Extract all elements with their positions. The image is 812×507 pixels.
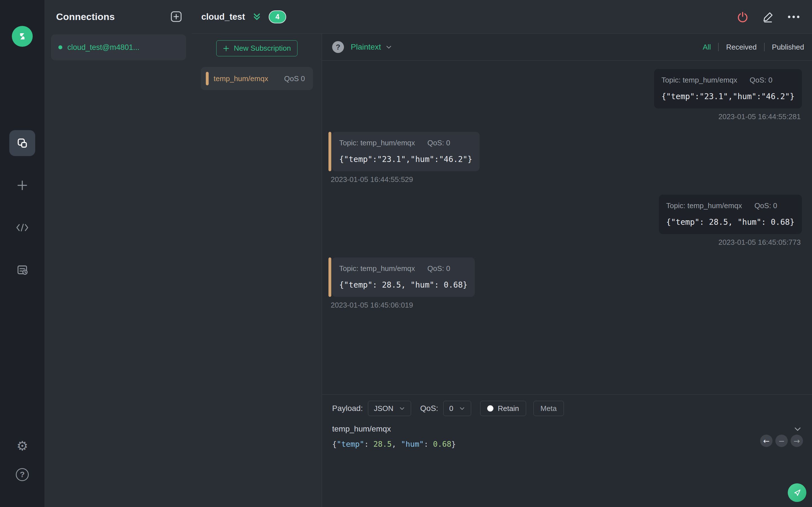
message-topic: Topic: temp_hum/emqx — [339, 138, 415, 147]
nav-script-icon[interactable] — [9, 215, 35, 240]
message-meta: Topic: temp_hum/emqx QoS: 0 — [339, 264, 467, 273]
connection-status-dot — [58, 45, 62, 49]
connection-list-item[interactable]: cloud_test@m4801... — [51, 34, 186, 60]
meta-label: Meta — [541, 404, 557, 413]
mqttx-logo — [12, 26, 33, 47]
payload-editor[interactable]: {"temp": 28.5, "hum": 0.68} — [322, 434, 812, 448]
message-received: Topic: temp_hum/emqx QoS: 0 {"temp":"23.… — [328, 132, 479, 184]
payload-label: Payload: — [332, 404, 363, 413]
settings-gear-icon[interactable]: ⚙ — [16, 439, 28, 452]
next-message-icon[interactable]: → — [791, 435, 803, 447]
messages-panel: ? Plaintext All Received Published — [322, 34, 812, 507]
chevron-down-icon — [399, 405, 405, 411]
collapse-double-chevron-icon[interactable] — [252, 12, 262, 22]
subscriptions-column: New Subscription temp_hum/emqx QoS 0 — [192, 34, 322, 507]
subscription-color-bar — [206, 72, 209, 86]
qos-select[interactable]: 0 — [443, 401, 471, 416]
message-color-bar — [328, 132, 331, 171]
plus-icon — [222, 45, 230, 52]
message-received: Topic: temp_hum/emqx QoS: 0 {"temp": 28.… — [328, 258, 475, 309]
new-subscription-button[interactable]: New Subscription — [216, 40, 297, 56]
remove-history-icon[interactable]: − — [775, 435, 788, 447]
message-published: Topic: temp_hum/emqx QoS: 0 {"temp": 28.… — [659, 194, 802, 247]
message-published: Topic: temp_hum/emqx QoS: 0 {"temp":"23.… — [654, 69, 802, 121]
nav-new-connection-icon[interactable] — [9, 172, 35, 198]
add-connection-icon[interactable] — [170, 10, 183, 23]
filter-all[interactable]: All — [703, 43, 711, 52]
disconnect-power-icon[interactable] — [737, 11, 749, 23]
retain-toggle[interactable]: Retain — [480, 401, 526, 416]
mqttx-app: ⚙ ? Connections cloud_test@m4801... clou… — [0, 0, 812, 507]
payload-type-value: JSON — [374, 404, 393, 413]
collapse-editor-chevron-icon[interactable] — [794, 425, 802, 433]
navbar-bottom-group: ⚙ ? — [16, 439, 29, 507]
publish-composer: Payload: JSON QoS: 0 Retain — [322, 394, 812, 507]
message-meta: Topic: temp_hum/emqx QoS: 0 — [661, 76, 795, 84]
send-button[interactable] — [788, 483, 806, 502]
payload-format-value: Plaintext — [351, 43, 381, 52]
connections-title: Connections — [56, 11, 115, 22]
message-bubble[interactable]: Topic: temp_hum/emqx QoS: 0 {"temp":"23.… — [332, 132, 479, 171]
prev-message-icon[interactable]: ← — [760, 435, 772, 447]
edit-pencil-icon[interactable] — [762, 11, 774, 23]
topic-row — [322, 416, 812, 434]
message-color-bar — [328, 258, 331, 297]
message-payload: {"temp":"23.1","hum":"46.2"} — [661, 92, 795, 101]
message-qos: QoS: 0 — [750, 76, 772, 84]
connections-header: Connections — [45, 0, 192, 33]
messages-header: ? Plaintext All Received Published — [322, 34, 812, 61]
subscription-topic: temp_hum/emqx — [214, 74, 268, 83]
message-bubble[interactable]: Topic: temp_hum/emqx QoS: 0 {"temp": 28.… — [332, 258, 475, 297]
message-qos: QoS: 0 — [755, 202, 777, 210]
filter-published[interactable]: Published — [772, 43, 804, 52]
qos-value: 0 — [449, 404, 453, 413]
connection-title: cloud_test — [201, 12, 245, 22]
message-payload: {"temp": 28.5, "hum": 0.68} — [666, 217, 795, 227]
message-qos: QoS: 0 — [427, 264, 450, 273]
payload-format-help-icon[interactable]: ? — [332, 41, 344, 53]
connections-panel: Connections cloud_test@m4801... — [45, 0, 192, 507]
subscription-qos: QoS 0 — [284, 74, 305, 83]
connection-topbar: cloud_test 4 — [192, 0, 812, 34]
message-filters: All Received Published — [703, 43, 804, 52]
message-timestamp: 2023-01-05 16:45:06:019 — [328, 301, 475, 309]
message-meta: Topic: temp_hum/emqx QoS: 0 — [339, 138, 472, 147]
help-icon[interactable]: ? — [16, 468, 29, 481]
connection-name: cloud_test@m4801... — [67, 43, 140, 52]
main-panel: cloud_test 4 — [192, 0, 812, 507]
retain-dot-icon — [487, 405, 493, 411]
payload-type-select[interactable]: JSON — [368, 401, 411, 416]
filter-received[interactable]: Received — [726, 43, 756, 52]
payload-format-select[interactable]: Plaintext — [351, 43, 392, 52]
chevron-down-icon — [386, 44, 392, 50]
subscription-count-badge: 4 — [269, 10, 286, 23]
filter-divider — [764, 43, 765, 51]
nav-log-icon[interactable] — [9, 257, 35, 283]
message-meta: Topic: temp_hum/emqx QoS: 0 — [666, 202, 795, 210]
subscription-item[interactable]: temp_hum/emqx QoS 0 — [201, 67, 313, 90]
composer-controls: Payload: JSON QoS: 0 Retain — [322, 395, 812, 416]
message-bubble[interactable]: Topic: temp_hum/emqx QoS: 0 {"temp":"23.… — [654, 69, 802, 108]
left-navbar: ⚙ ? — [0, 0, 45, 507]
messages-list: Topic: temp_hum/emqx QoS: 0 {"temp":"23.… — [322, 61, 812, 394]
message-payload: {"temp":"23.1","hum":"46.2"} — [339, 155, 472, 164]
message-topic: Topic: temp_hum/emqx — [661, 76, 737, 84]
chevron-down-icon — [459, 405, 465, 411]
message-topic: Topic: temp_hum/emqx — [339, 264, 415, 273]
message-timestamp: 2023-01-05 16:44:55:281 — [654, 112, 802, 121]
nav-connections-icon[interactable] — [9, 130, 35, 156]
content-area: New Subscription temp_hum/emqx QoS 0 ? P… — [192, 34, 812, 507]
message-timestamp: 2023-01-05 16:45:05:773 — [659, 238, 802, 247]
filter-divider — [718, 43, 719, 51]
new-subscription-label: New Subscription — [234, 44, 291, 53]
message-qos: QoS: 0 — [427, 138, 450, 147]
topic-input[interactable] — [332, 425, 727, 434]
message-bubble[interactable]: Topic: temp_hum/emqx QoS: 0 {"temp": 28.… — [659, 194, 802, 234]
message-timestamp: 2023-01-05 16:44:55:529 — [328, 175, 479, 184]
message-payload: {"temp": 28.5, "hum": 0.68} — [339, 280, 467, 290]
more-ellipsis-icon[interactable] — [787, 15, 800, 19]
qos-label: QoS: — [420, 404, 438, 413]
retain-label: Retain — [498, 404, 519, 413]
message-topic: Topic: temp_hum/emqx — [666, 202, 742, 210]
meta-button[interactable]: Meta — [534, 401, 564, 416]
